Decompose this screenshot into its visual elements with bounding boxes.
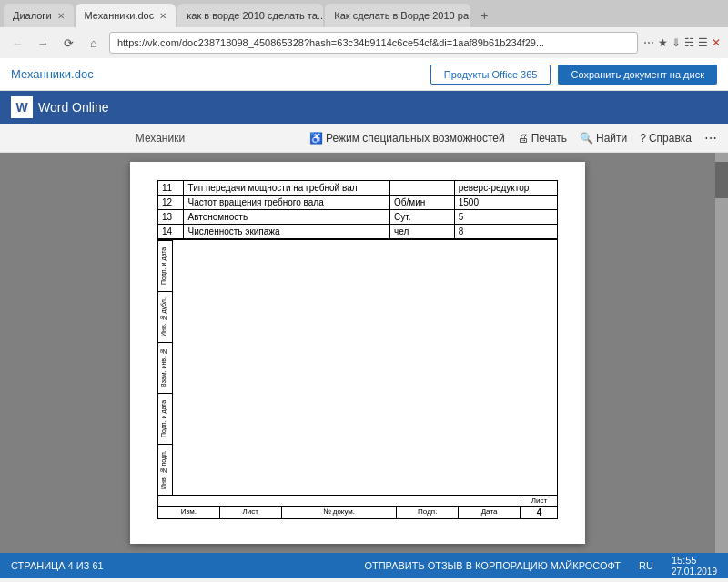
status-bar: СТРАНИЦА 4 ИЗ 61 ОТПРАВИТЬ ОТЗЫВ В КОРПО… [0,553,728,578]
search-icon: 🔍 [580,132,593,145]
refresh-button[interactable]: ⟳ [58,33,78,53]
row-val-12: 1500 [454,196,557,210]
accessibility-label: Режим специальных возможностей [326,132,505,145]
row-num-14: 14 [158,225,184,239]
row-val-14: 8 [454,225,557,239]
help-label: Справка [649,132,692,145]
help-icon: ? [640,132,646,145]
table-row: 12 Частот вращения гребного вала Об/мин … [158,196,558,210]
stamp-bottom-row: Изм. Лист № докум. Подп. Дата 4 [158,506,557,518]
close-window-icon[interactable]: ✕ [712,36,721,49]
download-icon[interactable]: ⇓ [672,36,681,49]
accessibility-toolbar-item[interactable]: ♿ Режим специальных возможностей [309,132,505,145]
side-label-3: Взам. инв. № [158,342,172,393]
row-num-11: 11 [158,181,184,196]
sheet-label: Лист [521,496,557,506]
document-page: 11 Тип передачи мощности на гребной вал … [130,162,585,544]
page-info: СТРАНИЦА 4 ИЗ 61 [11,560,104,571]
tab-close-1[interactable]: ✕ [57,11,65,21]
document-body-area [173,240,557,495]
tab-label-2: Механники.doc [85,10,155,21]
stamp-dokum: № докум. [282,507,398,518]
feedback-text[interactable]: ОТПРАВИТЬ ОТЗЫВ В КОРПОРАЦИЮ МАЙКРОСОФТ [364,560,621,571]
home-button[interactable]: ⌂ [84,33,104,53]
date-text: 27.01.2019 [672,567,717,577]
print-toolbar-item[interactable]: 🖨 Печать [518,132,567,145]
row-num-12: 12 [158,196,184,210]
side-label-2: Инв. № дубл. [158,291,172,342]
office365-button[interactable]: Продукты Office 365 [430,65,551,85]
stamp-podp: Подп. [397,507,459,518]
menu-dots-icon[interactable]: ⋯ [643,36,654,49]
address-input[interactable] [109,32,638,54]
stamp-list: Лист [220,507,282,518]
time-display: 15:55 27.01.2019 [672,555,717,577]
sheet-number: 4 [521,507,557,518]
save-to-disk-button[interactable]: Сохранить документ на диск [558,65,717,85]
stamp-izm: Изм. [158,507,220,518]
accessibility-icon: ♿ [309,132,323,145]
tab-close-2[interactable]: ✕ [159,11,167,21]
title-block: Лист Изм. Лист № докум. Подп. Дата 4 [157,496,558,519]
row-name-14: Численность экипажа [184,225,389,239]
word-logo-box: W [11,96,33,118]
stamp-data: Дата [459,507,521,518]
word-app-name: Word Online [38,100,109,115]
browser-tab-2[interactable]: Механники.doc ✕ [76,4,177,27]
document-table: 11 Тип передачи мощности на гребной вал … [157,180,558,239]
star-icon[interactable]: ★ [658,36,668,49]
find-label: Найти [596,132,627,145]
print-icon: 🖨 [518,132,529,145]
table-row: 13 Автономность Сут. 5 [158,210,558,225]
side-label-4: Подп. и дата [158,393,172,444]
row-unit-14: чел [389,225,454,239]
row-num-13: 13 [158,210,184,225]
table-row: 14 Численность экипажа чел 8 [158,225,558,239]
browser-tab-4[interactable]: Как сделать в Ворде 2010 ра... ✕ [325,4,470,27]
language-indicator: RU [639,560,653,571]
document-title: Механники.doc [11,67,94,81]
scroll-thumb[interactable] [715,162,728,198]
browser-tab-1[interactable]: Диалоги ✕ [4,4,74,27]
row-name-13: Автономность [184,210,389,225]
row-unit-13: Сут. [389,210,454,225]
print-label: Печать [531,132,567,145]
back-button[interactable]: ← [7,33,27,53]
forward-button[interactable]: → [33,33,53,53]
row-unit-12: Об/мин [389,196,454,210]
row-unit-11 [389,181,454,196]
settings-icon[interactable]: ☰ [698,36,708,49]
row-name-12: Частот вращения гребного вала [184,196,389,210]
row-name-11: Тип передачи мощности на гребной вал [184,181,389,196]
side-label-1: Подп. и дата [158,240,172,291]
help-toolbar-item[interactable]: ? Справка [640,132,692,145]
browser-tab-3[interactable]: как в ворде 2010 сделать та... ✕ [177,4,323,27]
side-label-5: Инв. № подп. [158,444,172,495]
vertical-scrollbar[interactable] [715,153,728,553]
word-logo: W Word Online [11,96,109,118]
more-icon[interactable]: ⋯ [704,131,717,146]
table-row: 11 Тип передачи мощности на гребной вал … [158,181,558,196]
time-text: 15:55 [672,555,697,566]
new-tab-button[interactable]: + [472,4,496,27]
row-val-13: 5 [454,210,557,225]
tab-label: Диалоги [13,10,52,21]
find-toolbar-item[interactable]: 🔍 Найти [580,132,627,145]
tab-label-4: Как сделать в Ворде 2010 ра... [334,10,470,21]
row-val-11: реверс-редуктор [454,181,557,196]
reader-icon[interactable]: ☵ [684,36,694,49]
tab-label-3: как в ворде 2010 сделать та... [187,10,323,21]
document-name-ribbon: Механики [136,132,185,145]
